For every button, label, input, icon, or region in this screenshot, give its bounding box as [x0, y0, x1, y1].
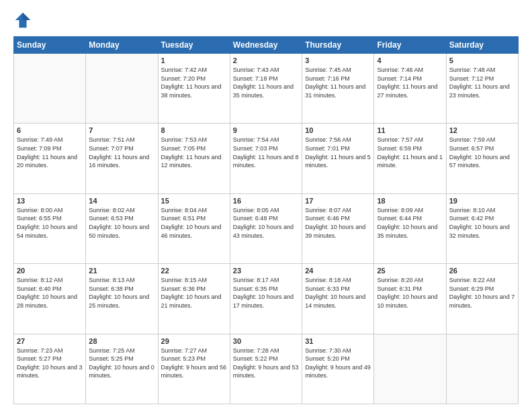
calendar-cell — [86, 54, 158, 124]
day-info: Sunrise: 7:56 AM Sunset: 7:01 PM Dayligh… — [305, 136, 371, 169]
day-number: 15 — [161, 197, 227, 205]
weekday-header-sunday: Sunday — [14, 37, 86, 54]
calendar-week-2: 6Sunrise: 7:49 AM Sunset: 7:09 PM Daylig… — [14, 124, 519, 193]
calendar-cell: 13Sunrise: 8:00 AM Sunset: 6:55 PM Dayli… — [14, 193, 86, 263]
day-number: 27 — [17, 337, 83, 345]
day-info: Sunrise: 8:20 AM Sunset: 6:31 PM Dayligh… — [377, 276, 443, 310]
day-number: 23 — [233, 267, 299, 275]
day-info: Sunrise: 7:57 AM Sunset: 6:59 PM Dayligh… — [377, 136, 443, 169]
day-number: 2 — [233, 56, 299, 64]
calendar-cell: 4Sunrise: 7:46 AM Sunset: 7:14 PM Daylig… — [374, 54, 446, 124]
calendar-cell — [14, 54, 86, 124]
page: SundayMondayTuesdayWednesdayThursdayFrid… — [0, 0, 532, 411]
calendar-cell: 5Sunrise: 7:48 AM Sunset: 7:12 PM Daylig… — [446, 54, 518, 124]
calendar-cell: 25Sunrise: 8:20 AM Sunset: 6:31 PM Dayli… — [374, 264, 446, 334]
day-info: Sunrise: 8:07 AM Sunset: 6:46 PM Dayligh… — [305, 206, 371, 240]
day-info: Sunrise: 7:46 AM Sunset: 7:14 PM Dayligh… — [377, 66, 443, 99]
calendar-cell: 9Sunrise: 7:54 AM Sunset: 7:03 PM Daylig… — [230, 124, 302, 193]
day-number: 4 — [377, 56, 443, 64]
calendar-cell: 8Sunrise: 7:53 AM Sunset: 7:05 PM Daylig… — [158, 124, 230, 193]
day-number: 24 — [305, 267, 371, 275]
calendar-cell: 20Sunrise: 8:12 AM Sunset: 6:40 PM Dayli… — [14, 264, 86, 334]
day-number: 18 — [377, 197, 443, 205]
day-info: Sunrise: 8:18 AM Sunset: 6:33 PM Dayligh… — [305, 276, 371, 310]
day-info: Sunrise: 7:54 AM Sunset: 7:03 PM Dayligh… — [233, 136, 299, 169]
calendar-cell: 6Sunrise: 7:49 AM Sunset: 7:09 PM Daylig… — [14, 124, 86, 193]
day-info: Sunrise: 7:45 AM Sunset: 7:16 PM Dayligh… — [305, 66, 371, 99]
day-number: 25 — [377, 267, 443, 275]
day-info: Sunrise: 7:42 AM Sunset: 7:20 PM Dayligh… — [161, 66, 227, 99]
day-info: Sunrise: 8:15 AM Sunset: 6:36 PM Dayligh… — [161, 276, 227, 310]
day-info: Sunrise: 8:09 AM Sunset: 6:44 PM Dayligh… — [377, 206, 443, 240]
calendar-cell: 14Sunrise: 8:02 AM Sunset: 6:53 PM Dayli… — [86, 193, 158, 263]
day-number: 17 — [305, 197, 371, 205]
day-number: 8 — [161, 126, 227, 134]
calendar-cell: 28Sunrise: 7:25 AM Sunset: 5:25 PM Dayli… — [86, 334, 158, 404]
weekday-header-monday: Monday — [86, 37, 158, 54]
day-number: 13 — [17, 197, 83, 205]
day-number: 26 — [449, 267, 515, 275]
day-number: 20 — [17, 267, 83, 275]
calendar-cell: 29Sunrise: 7:27 AM Sunset: 5:23 PM Dayli… — [158, 334, 230, 404]
day-number: 29 — [161, 337, 227, 345]
day-info: Sunrise: 7:23 AM Sunset: 5:27 PM Dayligh… — [17, 347, 83, 380]
calendar-cell: 22Sunrise: 8:15 AM Sunset: 6:36 PM Dayli… — [158, 264, 230, 334]
calendar-cell: 18Sunrise: 8:09 AM Sunset: 6:44 PM Dayli… — [374, 193, 446, 263]
calendar-cell: 21Sunrise: 8:13 AM Sunset: 6:38 PM Dayli… — [86, 264, 158, 334]
svg-marker-1 — [23, 13, 30, 20]
day-number: 19 — [449, 197, 515, 205]
day-info: Sunrise: 8:02 AM Sunset: 6:53 PM Dayligh… — [89, 206, 154, 240]
calendar-cell: 3Sunrise: 7:45 AM Sunset: 7:16 PM Daylig… — [302, 54, 374, 124]
day-info: Sunrise: 7:59 AM Sunset: 6:57 PM Dayligh… — [449, 136, 515, 169]
day-info: Sunrise: 8:13 AM Sunset: 6:38 PM Dayligh… — [89, 276, 154, 310]
calendar-table: SundayMondayTuesdayWednesdayThursdayFrid… — [13, 36, 519, 404]
calendar-cell: 19Sunrise: 8:10 AM Sunset: 6:42 PM Dayli… — [446, 193, 518, 263]
day-number: 30 — [233, 337, 299, 345]
calendar-week-1: 1Sunrise: 7:42 AM Sunset: 7:20 PM Daylig… — [14, 54, 519, 124]
day-info: Sunrise: 8:17 AM Sunset: 6:35 PM Dayligh… — [233, 276, 299, 310]
day-info: Sunrise: 7:27 AM Sunset: 5:23 PM Dayligh… — [161, 347, 227, 380]
day-number: 1 — [161, 56, 227, 64]
header — [13, 11, 519, 30]
day-number: 22 — [161, 267, 227, 275]
calendar-cell: 23Sunrise: 8:17 AM Sunset: 6:35 PM Dayli… — [230, 264, 302, 334]
calendar-cell: 1Sunrise: 7:42 AM Sunset: 7:20 PM Daylig… — [158, 54, 230, 124]
day-number: 3 — [305, 56, 371, 64]
calendar-week-3: 13Sunrise: 8:00 AM Sunset: 6:55 PM Dayli… — [14, 193, 519, 263]
calendar-cell: 10Sunrise: 7:56 AM Sunset: 7:01 PM Dayli… — [302, 124, 374, 193]
logo — [13, 11, 35, 30]
day-info: Sunrise: 8:12 AM Sunset: 6:40 PM Dayligh… — [17, 276, 83, 310]
calendar-cell: 11Sunrise: 7:57 AM Sunset: 6:59 PM Dayli… — [374, 124, 446, 193]
calendar-week-5: 27Sunrise: 7:23 AM Sunset: 5:27 PM Dayli… — [14, 334, 519, 404]
day-info: Sunrise: 7:28 AM Sunset: 5:22 PM Dayligh… — [233, 347, 299, 380]
day-number: 9 — [233, 126, 299, 134]
day-info: Sunrise: 7:30 AM Sunset: 5:20 PM Dayligh… — [305, 347, 371, 380]
day-number: 5 — [449, 56, 515, 64]
day-info: Sunrise: 7:51 AM Sunset: 7:07 PM Dayligh… — [89, 136, 154, 169]
calendar-cell — [446, 334, 518, 404]
logo-icon — [13, 11, 32, 30]
weekday-header-tuesday: Tuesday — [158, 37, 230, 54]
day-number: 21 — [89, 267, 154, 275]
day-info: Sunrise: 8:04 AM Sunset: 6:51 PM Dayligh… — [161, 206, 227, 240]
weekday-header-friday: Friday — [374, 37, 446, 54]
weekday-header-thursday: Thursday — [302, 37, 374, 54]
day-number: 12 — [449, 126, 515, 134]
calendar-cell: 31Sunrise: 7:30 AM Sunset: 5:20 PM Dayli… — [302, 334, 374, 404]
calendar-cell: 17Sunrise: 8:07 AM Sunset: 6:46 PM Dayli… — [302, 193, 374, 263]
day-info: Sunrise: 8:05 AM Sunset: 6:48 PM Dayligh… — [233, 206, 299, 240]
calendar-cell: 26Sunrise: 8:22 AM Sunset: 6:29 PM Dayli… — [446, 264, 518, 334]
day-number: 7 — [89, 126, 154, 134]
calendar-cell — [374, 334, 446, 404]
calendar-cell: 2Sunrise: 7:43 AM Sunset: 7:18 PM Daylig… — [230, 54, 302, 124]
calendar-cell: 7Sunrise: 7:51 AM Sunset: 7:07 PM Daylig… — [86, 124, 158, 193]
day-number: 14 — [89, 197, 154, 205]
day-info: Sunrise: 8:00 AM Sunset: 6:55 PM Dayligh… — [17, 206, 83, 240]
calendar-cell: 16Sunrise: 8:05 AM Sunset: 6:48 PM Dayli… — [230, 193, 302, 263]
calendar-cell: 27Sunrise: 7:23 AM Sunset: 5:27 PM Dayli… — [14, 334, 86, 404]
day-info: Sunrise: 8:22 AM Sunset: 6:29 PM Dayligh… — [449, 276, 515, 310]
calendar-cell: 15Sunrise: 8:04 AM Sunset: 6:51 PM Dayli… — [158, 193, 230, 263]
day-info: Sunrise: 7:25 AM Sunset: 5:25 PM Dayligh… — [89, 347, 154, 380]
weekday-header-wednesday: Wednesday — [230, 37, 302, 54]
weekday-header-saturday: Saturday — [446, 37, 518, 54]
